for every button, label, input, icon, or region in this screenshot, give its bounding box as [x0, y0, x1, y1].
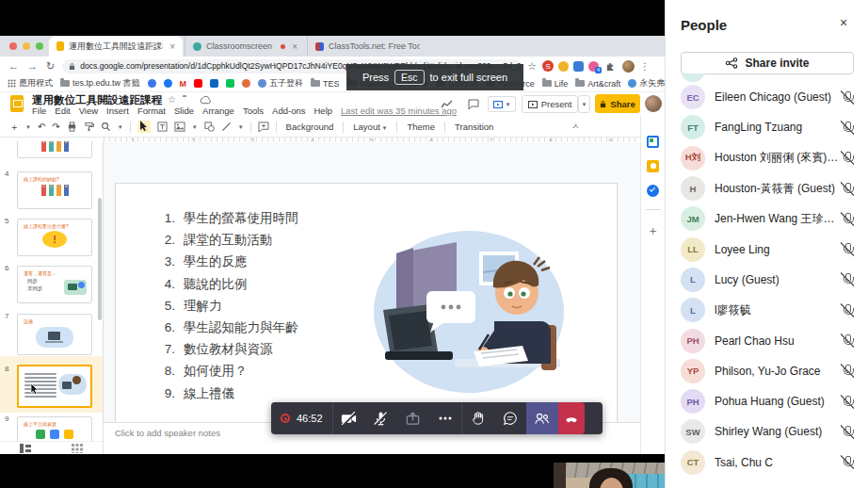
macos-zoom-button[interactable]	[36, 42, 43, 50]
theme-button[interactable]: Theme	[404, 122, 438, 132]
participant-row[interactable]: CTTsai, Chu C	[666, 447, 868, 478]
menu-tools[interactable]: Tools	[243, 106, 264, 116]
participant-row[interactable]: H刘Houston 刘丽俐 (來賓) (Guest)	[666, 143, 868, 173]
back-icon[interactable]: ←	[8, 60, 19, 72]
mic-muted-icon[interactable]	[841, 455, 854, 469]
zoom-dropdown[interactable]: ▼	[118, 124, 123, 130]
menu-format[interactable]: Format	[137, 106, 166, 116]
new-slide-dropdown[interactable]: ▼	[25, 124, 31, 130]
new-slide-button[interactable]: ＋	[9, 121, 19, 134]
participant-row[interactable]: LLLoyee Ling	[666, 234, 868, 264]
bookmark-youtube-icon[interactable]	[194, 79, 202, 88]
bookmark-line-icon[interactable]	[226, 79, 234, 88]
tab-close-icon[interactable]: ×	[169, 41, 175, 52]
slideshow-button[interactable]: ▼	[488, 96, 516, 112]
menu-addons[interactable]: Add-ons	[272, 106, 305, 116]
undo-button[interactable]: ↶	[38, 122, 45, 132]
tab-close-icon[interactable]: ×	[292, 41, 297, 52]
zoom-button[interactable]	[101, 122, 111, 132]
participant-row[interactable]: ECEileen Chicago (Guest)	[666, 82, 868, 112]
account-avatar[interactable]	[645, 95, 662, 112]
extension-yellow-icon[interactable]	[558, 61, 569, 72]
bookmark-globe-icon[interactable]	[242, 79, 250, 88]
tasks-icon[interactable]	[647, 185, 659, 197]
slide-thumbnail-6[interactable]: 還有，還有是... 同步 非同步	[17, 266, 92, 303]
camera-off-button[interactable]	[333, 402, 365, 434]
bookmark-wuzi[interactable]: 五子登科	[258, 77, 303, 89]
tab-classroomscreen[interactable]: Classroomscreen ×	[185, 36, 305, 57]
menu-view[interactable]: View	[79, 106, 98, 116]
more-options-button[interactable]	[429, 402, 461, 434]
calendar-icon[interactable]	[647, 136, 659, 148]
bookmark-gmail-icon[interactable]: M	[180, 79, 187, 89]
participant-row[interactable]: HHouston-黃筱菁 (Guest)	[666, 173, 868, 203]
bookmark-folder-tes2[interactable]: TES	[311, 79, 340, 89]
slides-app-icon[interactable]	[10, 95, 24, 112]
layout-button[interactable]: Layout ▼	[350, 122, 390, 132]
present-dropdown-arrow[interactable]: ▼	[578, 95, 590, 113]
bookmark-sanyu[interactable]: 永矢弗諼－三語實...	[628, 77, 665, 89]
mic-muted-icon[interactable]	[841, 121, 854, 135]
extension-chat-icon[interactable]	[573, 61, 584, 72]
filmstrip-view-icon[interactable]	[20, 444, 31, 453]
tab-slides[interactable]: 運用數位工具開設遠距課程 - G... ×	[49, 36, 183, 57]
mic-muted-icon[interactable]	[841, 90, 854, 105]
slide-thumbnail-8-selected[interactable]	[17, 365, 92, 408]
slide-thumbnail-3[interactable]	[17, 141, 92, 158]
last-edit-status[interactable]: Last edit was 35 minutes ago	[341, 106, 457, 116]
menu-edit[interactable]: Edit	[55, 106, 70, 116]
bookmark-folder-tes[interactable]: tes.tp.edu.tw 書籤	[60, 77, 140, 89]
mic-muted-icon[interactable]	[841, 182, 854, 196]
participant-row[interactable]: PHPearl Chao Hsu	[666, 325, 868, 355]
print-button[interactable]	[67, 122, 77, 132]
raise-hand-button[interactable]	[462, 402, 494, 434]
participant-row[interactable]: LLucy (Guest)	[666, 265, 868, 295]
bookmark-apps[interactable]: 應用程式	[8, 77, 53, 89]
bookmark-star-icon[interactable]: ☆	[527, 60, 537, 73]
participant-row[interactable]: JMJen-Hwen Wang 王珍琿 Mic...	[666, 203, 868, 234]
menu-insert[interactable]: Insert	[106, 106, 129, 116]
background-button[interactable]: Background	[283, 122, 337, 132]
slide-thumbnail-4[interactable]: 線上課程的缺點?	[17, 171, 92, 209]
chat-button[interactable]	[494, 402, 526, 434]
self-video-thumbnail[interactable]: mlc_teacher39	[554, 463, 665, 488]
hang-up-button[interactable]	[558, 402, 585, 434]
mic-muted-icon[interactable]	[841, 364, 854, 378]
comment-history-icon[interactable]	[468, 99, 479, 110]
close-panel-icon[interactable]: ×	[840, 15, 847, 30]
macos-minimize-button[interactable]	[23, 42, 30, 50]
bookmark-globe-icon[interactable]	[148, 79, 156, 88]
extension-pink-icon[interactable]: 4	[588, 61, 599, 72]
select-tool-button[interactable]	[137, 121, 151, 133]
mic-muted-icon[interactable]	[841, 272, 854, 286]
share-button[interactable]: Share	[595, 94, 640, 113]
mic-muted-icon[interactable]	[841, 242, 854, 256]
menu-help[interactable]: Help	[313, 106, 332, 116]
paint-format-button[interactable]	[84, 122, 94, 132]
keep-icon[interactable]	[647, 160, 659, 172]
extensions-puzzle-icon[interactable]	[605, 61, 616, 72]
mic-muted-icon[interactable]	[841, 425, 854, 439]
share-screen-button[interactable]	[397, 402, 429, 434]
mic-muted-icon[interactable]	[841, 303, 854, 317]
insert-comment-button[interactable]	[258, 122, 269, 132]
get-addons-button[interactable]: ＋	[647, 222, 659, 239]
line-dropdown[interactable]: ▼	[238, 124, 244, 130]
insert-line-button[interactable]	[221, 122, 232, 132]
participant-row[interactable]: SWShirley Wang (Guest)	[666, 416, 868, 447]
profile-avatar[interactable]	[622, 60, 635, 73]
cloud-saved-icon[interactable]	[200, 95, 212, 105]
sidebar-scrollbar[interactable]	[98, 198, 102, 320]
bookmark-linkedin-icon[interactable]	[210, 79, 218, 88]
slide-thumbnail-5[interactable]: 線上課程要注意什麼? !	[17, 219, 92, 256]
star-document-icon[interactable]: ☆	[168, 94, 176, 105]
share-invite-button[interactable]: Share invite	[681, 52, 854, 74]
slide-numbered-list[interactable]: 1.學生的螢幕使用時間 2.課堂的互動活動 3.學生的反應 4.聽說的比例 5.…	[158, 207, 298, 404]
extension-s-icon[interactable]: S	[542, 60, 554, 72]
mic-muted-icon[interactable]	[841, 151, 854, 165]
tab-classtools[interactable]: ClassTools.net: Free Tools for	[307, 36, 420, 57]
present-button[interactable]: Present	[522, 95, 578, 113]
menu-arrange[interactable]: Arrange	[202, 106, 234, 116]
refresh-icon[interactable]: ↻	[46, 60, 55, 73]
menu-file[interactable]: File	[32, 106, 46, 116]
